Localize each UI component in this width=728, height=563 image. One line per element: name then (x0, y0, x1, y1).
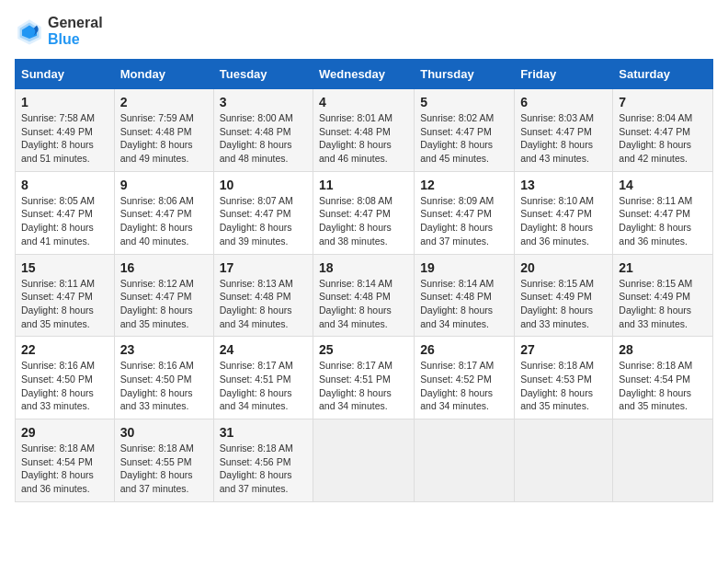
weekday-header-tuesday: Tuesday (213, 60, 313, 89)
day-info: Sunrise: 8:11 AM Sunset: 4:47 PM Dayligh… (619, 194, 707, 248)
day-number: 5 (420, 95, 508, 109)
day-info: Sunrise: 8:11 AM Sunset: 4:47 PM Dayligh… (21, 277, 108, 331)
day-info: Sunrise: 8:12 AM Sunset: 4:47 PM Dayligh… (120, 277, 208, 331)
calendar-cell: 18Sunrise: 8:14 AM Sunset: 4:48 PM Dayli… (313, 254, 415, 337)
day-info: Sunrise: 8:18 AM Sunset: 4:56 PM Dayligh… (220, 442, 307, 496)
day-number: 22 (21, 342, 108, 357)
day-info: Sunrise: 8:16 AM Sunset: 4:50 PM Dayligh… (21, 359, 108, 413)
logo-text: General Blue (48, 15, 103, 48)
calendar-cell (415, 419, 515, 502)
calendar-cell: 5Sunrise: 8:02 AM Sunset: 4:47 PM Daylig… (415, 89, 515, 172)
calendar-cell (515, 419, 613, 502)
day-info: Sunrise: 8:18 AM Sunset: 4:54 PM Dayligh… (21, 442, 108, 496)
calendar-cell: 1Sunrise: 7:58 AM Sunset: 4:49 PM Daylig… (16, 89, 115, 172)
calendar-cell: 27Sunrise: 8:18 AM Sunset: 4:53 PM Dayli… (515, 337, 613, 419)
weekday-header-thursday: Thursday (415, 60, 515, 89)
day-info: Sunrise: 8:18 AM Sunset: 4:54 PM Dayligh… (619, 359, 707, 413)
day-number: 28 (619, 342, 707, 357)
day-info: Sunrise: 8:00 AM Sunset: 4:48 PM Dayligh… (220, 111, 307, 166)
weekday-header-monday: Monday (114, 60, 213, 89)
day-info: Sunrise: 8:03 AM Sunset: 4:47 PM Dayligh… (520, 111, 607, 166)
day-number: 19 (420, 260, 508, 275)
day-number: 27 (520, 342, 607, 357)
day-number: 26 (420, 342, 508, 357)
day-number: 25 (319, 342, 408, 357)
day-info: Sunrise: 8:05 AM Sunset: 4:47 PM Dayligh… (21, 194, 108, 248)
day-info: Sunrise: 8:16 AM Sunset: 4:50 PM Dayligh… (120, 359, 208, 413)
day-number: 7 (619, 95, 707, 109)
day-info: Sunrise: 8:17 AM Sunset: 4:51 PM Dayligh… (319, 359, 408, 413)
calendar-cell: 23Sunrise: 8:16 AM Sunset: 4:50 PM Dayli… (114, 337, 213, 419)
day-info: Sunrise: 8:15 AM Sunset: 4:49 PM Dayligh… (520, 277, 607, 331)
day-number: 10 (220, 178, 307, 192)
day-info: Sunrise: 8:09 AM Sunset: 4:47 PM Dayligh… (420, 194, 508, 248)
calendar-cell: 20Sunrise: 8:15 AM Sunset: 4:49 PM Dayli… (515, 254, 613, 337)
calendar-cell: 17Sunrise: 8:13 AM Sunset: 4:48 PM Dayli… (213, 254, 313, 337)
day-number: 29 (21, 425, 108, 440)
calendar-cell (313, 419, 415, 502)
calendar-week-row: 15Sunrise: 8:11 AM Sunset: 4:47 PM Dayli… (16, 254, 713, 337)
day-number: 1 (21, 95, 108, 109)
day-number: 13 (520, 178, 607, 192)
calendar-week-row: 29Sunrise: 8:18 AM Sunset: 4:54 PM Dayli… (16, 419, 713, 502)
day-number: 11 (319, 178, 408, 192)
day-info: Sunrise: 7:59 AM Sunset: 4:48 PM Dayligh… (120, 111, 208, 166)
day-info: Sunrise: 8:14 AM Sunset: 4:48 PM Dayligh… (319, 277, 408, 331)
calendar-cell: 28Sunrise: 8:18 AM Sunset: 4:54 PM Dayli… (613, 337, 713, 419)
logo-icon (15, 17, 44, 46)
calendar-cell: 6Sunrise: 8:03 AM Sunset: 4:47 PM Daylig… (515, 89, 613, 172)
day-number: 18 (319, 260, 408, 275)
calendar-week-row: 8Sunrise: 8:05 AM Sunset: 4:47 PM Daylig… (16, 171, 713, 254)
calendar-cell: 12Sunrise: 8:09 AM Sunset: 4:47 PM Dayli… (415, 171, 515, 254)
day-info: Sunrise: 8:18 AM Sunset: 4:55 PM Dayligh… (120, 442, 208, 496)
calendar-cell: 19Sunrise: 8:14 AM Sunset: 4:48 PM Dayli… (415, 254, 515, 337)
calendar-cell: 30Sunrise: 8:18 AM Sunset: 4:55 PM Dayli… (114, 419, 213, 502)
day-number: 2 (120, 95, 208, 109)
calendar-cell: 31Sunrise: 8:18 AM Sunset: 4:56 PM Dayli… (213, 419, 313, 502)
day-info: Sunrise: 8:10 AM Sunset: 4:47 PM Dayligh… (520, 194, 607, 248)
calendar-cell: 13Sunrise: 8:10 AM Sunset: 4:47 PM Dayli… (515, 171, 613, 254)
calendar-cell: 4Sunrise: 8:01 AM Sunset: 4:48 PM Daylig… (313, 89, 415, 172)
day-info: Sunrise: 8:06 AM Sunset: 4:47 PM Dayligh… (120, 194, 208, 248)
day-number: 21 (619, 260, 707, 275)
calendar-cell: 26Sunrise: 8:17 AM Sunset: 4:52 PM Dayli… (415, 337, 515, 419)
day-info: Sunrise: 8:14 AM Sunset: 4:48 PM Dayligh… (420, 277, 508, 331)
page-header: General Blue (15, 15, 713, 48)
weekday-header-saturday: Saturday (613, 60, 713, 89)
day-number: 31 (220, 425, 307, 440)
day-number: 14 (619, 178, 707, 192)
calendar-cell: 9Sunrise: 8:06 AM Sunset: 4:47 PM Daylig… (114, 171, 213, 254)
day-info: Sunrise: 8:18 AM Sunset: 4:53 PM Dayligh… (520, 359, 607, 413)
calendar-cell: 11Sunrise: 8:08 AM Sunset: 4:47 PM Dayli… (313, 171, 415, 254)
calendar-cell: 8Sunrise: 8:05 AM Sunset: 4:47 PM Daylig… (16, 171, 115, 254)
day-info: Sunrise: 8:08 AM Sunset: 4:47 PM Dayligh… (319, 194, 408, 248)
calendar-cell: 3Sunrise: 8:00 AM Sunset: 4:48 PM Daylig… (213, 89, 313, 172)
day-info: Sunrise: 8:13 AM Sunset: 4:48 PM Dayligh… (220, 277, 307, 331)
weekday-header-wednesday: Wednesday (313, 60, 415, 89)
calendar-cell: 2Sunrise: 7:59 AM Sunset: 4:48 PM Daylig… (114, 89, 213, 172)
day-number: 24 (220, 342, 307, 357)
calendar-week-row: 22Sunrise: 8:16 AM Sunset: 4:50 PM Dayli… (16, 337, 713, 419)
weekday-header-friday: Friday (515, 60, 613, 89)
day-number: 17 (220, 260, 307, 275)
day-number: 12 (420, 178, 508, 192)
calendar-cell: 7Sunrise: 8:04 AM Sunset: 4:47 PM Daylig… (613, 89, 713, 172)
day-info: Sunrise: 8:17 AM Sunset: 4:52 PM Dayligh… (420, 359, 508, 413)
day-info: Sunrise: 8:15 AM Sunset: 4:49 PM Dayligh… (619, 277, 707, 331)
day-info: Sunrise: 8:07 AM Sunset: 4:47 PM Dayligh… (220, 194, 307, 248)
day-number: 3 (220, 95, 307, 109)
calendar-cell: 25Sunrise: 8:17 AM Sunset: 4:51 PM Dayli… (313, 337, 415, 419)
logo: General Blue (15, 15, 103, 48)
calendar-cell (613, 419, 713, 502)
calendar-cell: 14Sunrise: 8:11 AM Sunset: 4:47 PM Dayli… (613, 171, 713, 254)
day-info: Sunrise: 8:02 AM Sunset: 4:47 PM Dayligh… (420, 111, 508, 166)
calendar-cell: 16Sunrise: 8:12 AM Sunset: 4:47 PM Dayli… (114, 254, 213, 337)
calendar-body: 1Sunrise: 7:58 AM Sunset: 4:49 PM Daylig… (16, 89, 713, 502)
calendar-cell: 21Sunrise: 8:15 AM Sunset: 4:49 PM Dayli… (613, 254, 713, 337)
calendar-header: SundayMondayTuesdayWednesdayThursdayFrid… (16, 60, 713, 89)
day-number: 15 (21, 260, 108, 275)
calendar-cell: 10Sunrise: 8:07 AM Sunset: 4:47 PM Dayli… (213, 171, 313, 254)
day-info: Sunrise: 8:17 AM Sunset: 4:51 PM Dayligh… (220, 359, 307, 413)
day-number: 30 (120, 425, 208, 440)
weekday-header-row: SundayMondayTuesdayWednesdayThursdayFrid… (16, 60, 713, 89)
